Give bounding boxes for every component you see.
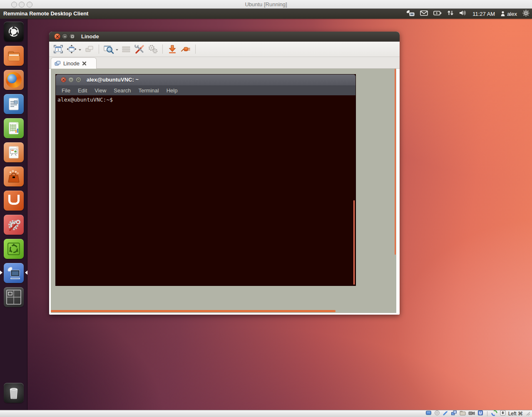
close-icon bbox=[56, 35, 59, 38]
resize-grip[interactable] bbox=[525, 410, 530, 417]
libreoffice-impress-icon bbox=[5, 144, 22, 161]
launcher-item-libreoffice-writer[interactable] bbox=[4, 94, 24, 114]
running-indicator-arrow bbox=[0, 271, 2, 275]
ubuntu-one-u-icon bbox=[8, 195, 20, 205]
remote-horizontal-scrollbar[interactable] bbox=[51, 310, 336, 312]
menu-terminal[interactable]: Terminal bbox=[136, 87, 162, 94]
host-window-titlebar: Ubuntu [Running] bbox=[0, 0, 532, 9]
menu-edit[interactable]: Edit bbox=[75, 87, 90, 94]
ubuntu-top-panel: Remmina Remote Desktop Client bbox=[0, 9, 532, 19]
software-updater-icon bbox=[7, 242, 21, 256]
terminal-prompt: alex@ubuntuVNC:~$ bbox=[57, 97, 113, 103]
remmina-tabbar: Linode bbox=[49, 57, 400, 69]
terminal-minimize-button[interactable] bbox=[68, 77, 74, 82]
user-name: alex bbox=[507, 11, 517, 17]
video-capture-icon[interactable] bbox=[468, 410, 475, 417]
window-maximize-button[interactable] bbox=[69, 33, 75, 40]
display-icon[interactable] bbox=[451, 410, 457, 417]
battery-indicator-icon[interactable] bbox=[433, 10, 442, 18]
shared-folders-icon[interactable] bbox=[460, 410, 466, 417]
launcher-item-trash[interactable] bbox=[4, 383, 24, 403]
minimize-to-tray-button[interactable] bbox=[167, 43, 178, 55]
host-key-label: Left ⌘ bbox=[508, 411, 523, 417]
terminal-menubar: File Edit View Search Terminal Help bbox=[56, 85, 355, 95]
menu-view[interactable]: View bbox=[92, 87, 109, 94]
scaled-mode-button[interactable] bbox=[66, 43, 77, 55]
dash-home-icon bbox=[7, 25, 20, 38]
remote-desktop-indicator-icon[interactable] bbox=[406, 10, 415, 18]
terminal-body[interactable]: alex@ubuntuVNC:~$ bbox=[56, 95, 355, 285]
window-minimize-button[interactable] bbox=[62, 33, 68, 40]
minimize-icon bbox=[63, 35, 67, 38]
system-settings-gear-icon bbox=[5, 216, 22, 233]
tab-linode[interactable]: Linode bbox=[51, 57, 97, 69]
vbox-statusbar: Left ⌘ bbox=[0, 410, 532, 417]
files-folder-icon bbox=[5, 47, 22, 64]
fullscreen-badge: 1 bbox=[57, 48, 60, 52]
remmina-window-title: Linode bbox=[81, 32, 99, 42]
remmina-titlebar[interactable]: Linode bbox=[49, 32, 400, 42]
launcher-item-firefox[interactable] bbox=[4, 70, 24, 90]
launcher-item-dash-home[interactable] bbox=[4, 22, 24, 42]
software-center-bag-icon bbox=[5, 168, 22, 185]
remmina-window: Linode 1 bbox=[49, 32, 400, 315]
mail-indicator-icon[interactable] bbox=[420, 10, 428, 18]
preferences-gears-button[interactable] bbox=[147, 43, 159, 55]
maximize-icon bbox=[71, 35, 74, 38]
clock[interactable]: 11:27 AM bbox=[472, 11, 495, 17]
terminal-scrollbar[interactable] bbox=[353, 200, 355, 285]
launcher-item-libreoffice-impress[interactable] bbox=[4, 142, 24, 162]
launcher-item-libreoffice-calc[interactable] bbox=[4, 118, 24, 138]
grab-keyboard-button[interactable] bbox=[83, 43, 95, 55]
launcher-item-workspace-switcher[interactable] bbox=[4, 287, 24, 307]
workspace-switcher-icon bbox=[6, 289, 22, 305]
toolbar-separator bbox=[99, 45, 99, 54]
window-close-button[interactable] bbox=[54, 33, 60, 40]
disconnect-plug-button[interactable] bbox=[180, 43, 191, 55]
remmina-icon bbox=[5, 265, 22, 281]
network-icon[interactable] bbox=[443, 410, 448, 417]
statusbar-separator bbox=[487, 411, 487, 416]
tab-label: Linode bbox=[63, 60, 80, 67]
keyboard-capture-icon[interactable] bbox=[500, 410, 506, 417]
remmina-toolbar: 1 bbox=[49, 42, 400, 57]
menu-search[interactable]: Search bbox=[111, 87, 134, 94]
terminal-window: alex@ubuntuVNC: ~ File Edit View Search … bbox=[55, 74, 356, 286]
hard-disks-icon[interactable] bbox=[425, 410, 432, 417]
launcher-item-remmina[interactable] bbox=[4, 263, 24, 283]
zoom-quality-button[interactable] bbox=[103, 43, 114, 55]
scaled-mode-dropdown[interactable] bbox=[78, 45, 82, 53]
libreoffice-calc-icon bbox=[5, 120, 22, 137]
remote-desktop-view[interactable]: alex@ubuntuVNC: ~ File Edit View Search … bbox=[51, 69, 396, 313]
usb-icon[interactable] bbox=[477, 410, 483, 417]
network-sync-indicator-icon[interactable] bbox=[447, 10, 454, 18]
volume-indicator-icon[interactable] bbox=[459, 10, 467, 18]
optical-drives-icon[interactable] bbox=[434, 410, 440, 417]
zoom-dropdown[interactable] bbox=[115, 45, 119, 53]
firefox-icon bbox=[6, 72, 22, 88]
trash-icon bbox=[5, 385, 22, 401]
launcher-item-ubuntu-one[interactable] bbox=[4, 191, 24, 211]
toolbar-separator bbox=[195, 45, 196, 54]
minimize-icon bbox=[70, 78, 72, 81]
close-icon bbox=[62, 78, 65, 81]
menu-file[interactable]: File bbox=[59, 87, 73, 94]
user-menu[interactable]: alex bbox=[500, 11, 517, 17]
maximize-icon bbox=[77, 78, 80, 81]
launcher-item-software-updater[interactable] bbox=[4, 239, 24, 259]
tab-close-icon[interactable] bbox=[82, 61, 87, 66]
menu-help[interactable]: Help bbox=[164, 87, 181, 94]
mouse-integration-icon[interactable] bbox=[491, 410, 497, 417]
toolbar-lines-button[interactable] bbox=[120, 43, 132, 55]
remote-vertical-scrollbar[interactable] bbox=[395, 69, 396, 255]
session-gear-icon[interactable] bbox=[522, 10, 530, 18]
terminal-maximize-button[interactable] bbox=[76, 77, 81, 82]
terminal-titlebar[interactable]: alex@ubuntuVNC: ~ bbox=[56, 74, 355, 85]
launcher-item-system-settings[interactable] bbox=[4, 215, 24, 235]
launcher-item-ubuntu-software-center[interactable] bbox=[4, 166, 24, 186]
tools-button[interactable] bbox=[134, 43, 145, 55]
terminal-close-button[interactable] bbox=[61, 77, 66, 82]
launcher-item-files[interactable] bbox=[4, 46, 24, 66]
fullscreen-button[interactable]: 1 bbox=[52, 43, 64, 55]
host-window-title: Ubuntu [Running] bbox=[0, 0, 532, 9]
